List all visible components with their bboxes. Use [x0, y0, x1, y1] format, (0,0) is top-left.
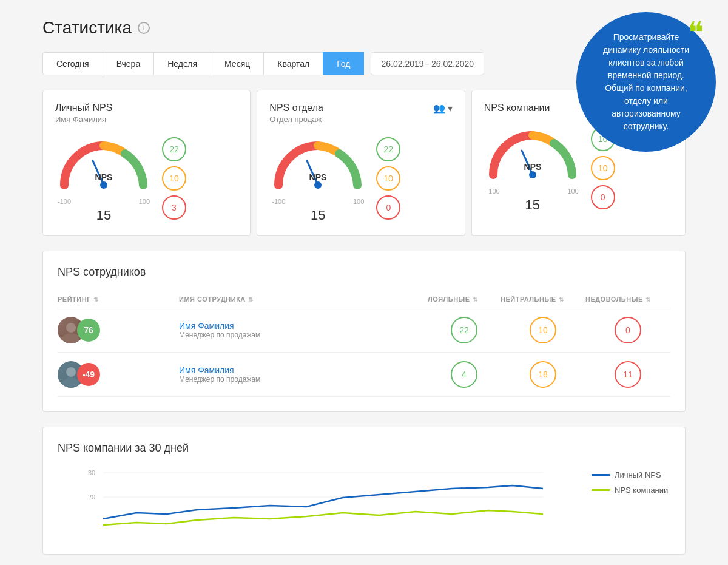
- table-header: РЕЙТИНГ ⇅ ИМЯ СОТРУДНИКА ⇅ ЛОЯЛЬНЫЕ ⇅ НЕ…: [58, 291, 670, 308]
- emp-unhappy-1: 0: [585, 317, 670, 343]
- svg-text:NPS: NPS: [524, 162, 541, 172]
- chart-area: 30 20 Личный NPS NPS: [58, 464, 670, 540]
- table-row: 76 Имя Фамилия Менеджер по продажам 22 1…: [58, 308, 670, 353]
- dept-nps-subtitle: Отдел продаж: [269, 115, 323, 124]
- emp-loyal-1: 22: [428, 317, 500, 343]
- indicator-unhappy-1: 3: [162, 195, 186, 220]
- col-header-neutral[interactable]: НЕЙТРАЛЬНЫЕ ⇅: [500, 296, 585, 303]
- emp-avatar-wrap-2: -49: [58, 361, 179, 388]
- sort-icon-loyal: ⇅: [473, 296, 478, 303]
- indicator-neutral-3: 10: [591, 156, 615, 180]
- svg-text:NPS: NPS: [95, 172, 113, 182]
- chevron-down-icon: ▾: [448, 103, 453, 114]
- dept-nps-card: NPS отдела Отдел продаж 👥 ▾ NPS: [257, 90, 465, 236]
- personal-nps-subtitle: Имя Фамилия: [55, 115, 112, 124]
- gauge-svg-2: NPS: [269, 134, 366, 194]
- emp-unhappy-2: 11: [585, 361, 670, 388]
- tab-month[interactable]: Месяц: [211, 52, 264, 75]
- company-nps-title: NPS компании: [484, 103, 550, 113]
- emp-score-1: 76: [77, 319, 100, 342]
- chart-title: NPS компании за 30 дней: [58, 442, 670, 455]
- col-header-rating[interactable]: РЕЙТИНГ ⇅: [58, 296, 179, 303]
- gauge-svg-3: NPS: [484, 123, 581, 184]
- page-title: Статистика i: [42, 18, 686, 38]
- tab-yesterday[interactable]: Вчера: [103, 52, 155, 75]
- emp-name-1[interactable]: Имя Фамилия: [179, 321, 428, 331]
- gauge-value-1: 15: [55, 208, 152, 223]
- table-row: -49 Имя Фамилия Менеджер по продажам 4 1…: [58, 353, 670, 397]
- svg-point-11: [66, 367, 76, 377]
- emp-info-2: Имя Фамилия Менеджер по продажам: [179, 365, 428, 384]
- employees-section-title: NPS сотрудников: [58, 266, 670, 279]
- gauge-labels-3: -100100: [484, 188, 581, 195]
- tooltip-text: Просматривайте динамику лояльности клиен…: [595, 31, 698, 133]
- emp-neutral-2: 18: [500, 361, 585, 388]
- gauge-indicators-2: 22 10 0: [376, 137, 400, 220]
- personal-nps-title: Личный NPS: [55, 103, 112, 113]
- indicator-neutral-2: 10: [376, 166, 400, 191]
- tab-year[interactable]: Год: [323, 52, 364, 75]
- gauge-labels-2: -100100: [269, 198, 366, 205]
- legend-line-blue: [592, 474, 610, 476]
- date-range: 26.02.2019 - 26.02.2020: [371, 52, 484, 75]
- emp-role-2: Менеджер по продажам: [179, 375, 428, 384]
- indicator-neutral-1: 10: [162, 166, 186, 191]
- sort-icon-unhappy: ⇅: [645, 296, 651, 303]
- tab-week[interactable]: Неделя: [153, 52, 211, 75]
- info-icon[interactable]: i: [138, 22, 150, 34]
- chart-section: NPS компании за 30 дней 30 20: [42, 427, 686, 555]
- col-header-unhappy[interactable]: НЕДОВОЛЬНЫЕ ⇅: [585, 296, 670, 303]
- chart-svg: 30 20: [58, 464, 579, 537]
- col-header-loyal[interactable]: ЛОЯЛЬНЫЕ ⇅: [428, 296, 500, 303]
- tooltip-bubble: Просматривайте динамику лояльности клиен…: [576, 12, 716, 152]
- gauge-value-3: 15: [484, 197, 581, 213]
- indicator-loyal-1: 22: [162, 137, 186, 161]
- dept-nps-title: NPS отдела: [269, 103, 323, 113]
- svg-point-10: [62, 333, 79, 343]
- emp-score-2: -49: [77, 363, 100, 386]
- gauge-indicators-1: 22 10 3: [162, 137, 186, 220]
- tab-quarter[interactable]: Квартал: [263, 52, 323, 75]
- gauge-svg-1: NPS: [55, 134, 152, 194]
- people-icon: 👥: [433, 103, 445, 114]
- emp-role-1: Менеджер по продажам: [179, 331, 428, 339]
- employees-section: NPS сотрудников РЕЙТИНГ ⇅ ИМЯ СОТРУДНИКА…: [42, 251, 686, 412]
- emp-neutral-1: 10: [500, 317, 585, 343]
- emp-info-1: Имя Фамилия Менеджер по продажам: [179, 321, 428, 339]
- chart-svg-wrap: 30 20: [58, 464, 579, 540]
- svg-text:NPS: NPS: [309, 172, 327, 182]
- col-header-name[interactable]: ИМЯ СОТРУДНИКА ⇅: [179, 296, 428, 303]
- tab-today[interactable]: Сегодня: [42, 52, 103, 75]
- sort-icon-neutral: ⇅: [559, 296, 564, 303]
- svg-point-9: [66, 323, 76, 333]
- svg-text:20: 20: [88, 493, 95, 501]
- legend-personal-nps: Личный NPS: [592, 470, 670, 479]
- indicator-unhappy-2: 0: [376, 195, 400, 220]
- chart-legend: Личный NPS NPS компании: [592, 464, 670, 540]
- legend-company-nps: NPS компании: [592, 485, 670, 495]
- legend-line-green: [592, 489, 610, 491]
- sort-icon-name: ⇅: [248, 296, 254, 303]
- personal-nps-card: Личный NPS Имя Фамилия NPS: [42, 90, 251, 236]
- emp-loyal-2: 4: [428, 361, 500, 388]
- emp-avatar-wrap-1: 76: [58, 317, 179, 343]
- gauge-labels-1: -100100: [55, 198, 152, 205]
- gauge-value-2: 15: [269, 208, 366, 223]
- svg-point-12: [62, 377, 79, 388]
- indicator-unhappy-3: 0: [591, 185, 615, 209]
- emp-name-2[interactable]: Имя Фамилия: [179, 365, 428, 375]
- indicator-loyal-2: 22: [376, 137, 400, 161]
- svg-text:30: 30: [88, 469, 95, 476]
- dept-selector[interactable]: 👥 ▾: [433, 103, 453, 114]
- sort-icon-rating: ⇅: [93, 296, 99, 303]
